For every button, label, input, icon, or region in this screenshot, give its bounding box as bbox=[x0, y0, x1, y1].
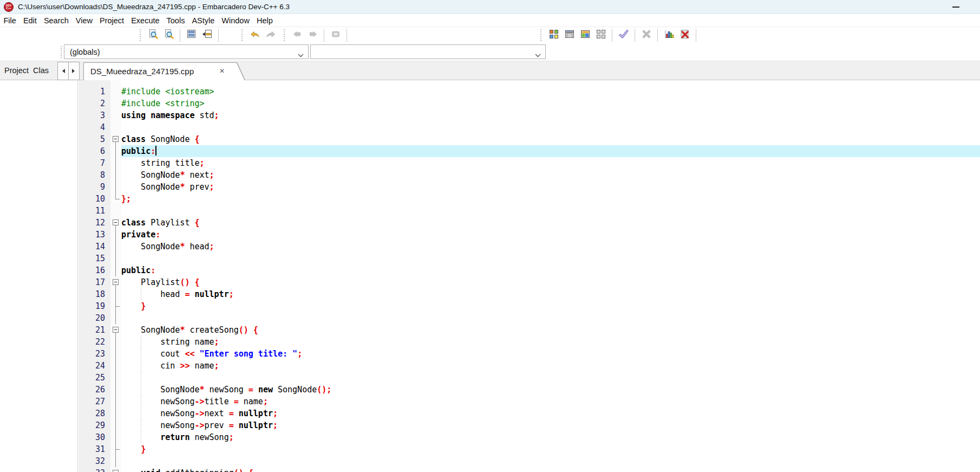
code-text[interactable] bbox=[121, 121, 980, 133]
editor-surface[interactable]: 1#include <iostream>2#include <string>3u… bbox=[79, 86, 980, 472]
code-line[interactable]: 10}; bbox=[79, 193, 980, 205]
menu-help[interactable]: Help bbox=[253, 15, 276, 26]
code-line[interactable]: 12class Playlist { bbox=[79, 217, 980, 229]
code-text[interactable]: }; bbox=[121, 193, 980, 205]
code-line[interactable]: 21 SongNode* createSong() { bbox=[79, 324, 980, 336]
code-text[interactable] bbox=[121, 455, 980, 467]
menu-view[interactable]: View bbox=[72, 15, 96, 26]
code-line[interactable]: 22 string name; bbox=[79, 336, 980, 348]
minimize-button[interactable] bbox=[946, 1, 965, 13]
code-line[interactable]: 20 bbox=[79, 312, 980, 324]
code-text[interactable]: } bbox=[121, 300, 980, 312]
code-text[interactable]: SongNode* prev; bbox=[121, 181, 980, 193]
code-text[interactable]: Playlist() { bbox=[121, 276, 980, 288]
code-text[interactable]: } bbox=[121, 443, 980, 455]
code-line[interactable]: 1#include <iostream> bbox=[79, 86, 980, 98]
view-grid-button[interactable] bbox=[546, 28, 561, 43]
code-line[interactable]: 5class SongNode { bbox=[79, 133, 980, 145]
code-line[interactable]: 13private: bbox=[79, 229, 980, 241]
member-browser-combobox[interactable] bbox=[310, 44, 546, 59]
report-window-button[interactable] bbox=[184, 28, 199, 43]
menu-file[interactable]: File bbox=[0, 15, 19, 26]
code-text[interactable] bbox=[121, 372, 980, 384]
code-text[interactable] bbox=[121, 312, 980, 324]
code-text[interactable]: string name; bbox=[121, 336, 980, 348]
menu-edit[interactable]: Edit bbox=[19, 15, 40, 26]
sidebar-tab-project[interactable]: Project bbox=[4, 61, 31, 80]
code-line[interactable]: 2#include <string> bbox=[79, 98, 980, 109]
find-button[interactable] bbox=[145, 28, 161, 43]
code-text[interactable]: using namespace std; bbox=[121, 109, 980, 121]
window-color-button[interactable] bbox=[577, 28, 593, 43]
panel-scroll-right-button[interactable] bbox=[68, 62, 80, 80]
code-line[interactable]: 31 } bbox=[79, 443, 980, 455]
code-text[interactable]: #include <string> bbox=[121, 98, 980, 109]
code-line[interactable]: 33 void addAtbeginning() { bbox=[79, 467, 980, 472]
class-browser-combobox[interactable]: (globals) bbox=[64, 44, 309, 59]
project-panel[interactable] bbox=[0, 80, 78, 472]
code-line[interactable]: 6public: bbox=[79, 145, 980, 157]
undo-button[interactable] bbox=[247, 28, 263, 43]
code-text[interactable]: SongNode* next; bbox=[121, 169, 980, 181]
syntax-check-button[interactable] bbox=[616, 28, 631, 43]
code-text[interactable]: newSong->next = nullptr; bbox=[121, 408, 980, 419]
code-text[interactable]: private: bbox=[121, 229, 980, 241]
code-text[interactable]: cin >> name; bbox=[121, 360, 980, 372]
code-text[interactable]: cout << "Enter song title: "; bbox=[121, 348, 980, 360]
code-text[interactable]: class SongNode { bbox=[121, 133, 980, 145]
code-line[interactable]: 4 bbox=[79, 121, 980, 133]
profile-analysis-button[interactable] bbox=[661, 28, 677, 43]
code-line[interactable]: 18 head = nullptr; bbox=[79, 288, 980, 300]
window-gray-button[interactable] bbox=[561, 28, 577, 43]
code-text[interactable] bbox=[121, 205, 980, 217]
code-line[interactable]: 3using namespace std; bbox=[79, 109, 980, 121]
code-line[interactable]: 8 SongNode* next; bbox=[79, 169, 980, 181]
code-editor[interactable]: 1#include <iostream>2#include <string>3u… bbox=[79, 80, 980, 472]
menu-project[interactable]: Project bbox=[96, 15, 128, 26]
menu-search[interactable]: Search bbox=[40, 15, 72, 26]
code-text[interactable]: class Playlist { bbox=[121, 217, 980, 229]
code-text[interactable]: newSong->prev = nullptr; bbox=[121, 419, 980, 431]
fold-toggle-icon[interactable] bbox=[113, 219, 119, 225]
code-line[interactable]: 27 newSong->title = name; bbox=[79, 396, 980, 408]
editor-tab[interactable]: DS_Mueedraza_247195.cpp ✕ bbox=[83, 62, 246, 81]
menu-tools[interactable]: Tools bbox=[163, 15, 188, 26]
menu-execute[interactable]: Execute bbox=[128, 15, 163, 26]
delete-profiling-button[interactable] bbox=[677, 28, 692, 43]
code-line[interactable]: 23 cout << "Enter song title: "; bbox=[79, 348, 980, 360]
goto-line-window-button[interactable] bbox=[199, 28, 215, 43]
code-line[interactable]: 26 SongNode* newSong = new SongNode(); bbox=[79, 384, 980, 396]
code-line[interactable]: 7 string title; bbox=[79, 157, 980, 169]
code-text[interactable]: #include <iostream> bbox=[121, 86, 980, 98]
code-text[interactable]: SongNode* head; bbox=[121, 241, 980, 253]
menu-astyle[interactable]: AStyle bbox=[188, 15, 218, 26]
code-line[interactable]: 24 cin >> name; bbox=[79, 360, 980, 372]
code-text[interactable] bbox=[121, 253, 980, 264]
code-text[interactable]: void addAtbeginning() { bbox=[121, 467, 980, 472]
fold-toggle-icon[interactable] bbox=[113, 279, 119, 285]
code-line[interactable]: 19 } bbox=[79, 300, 980, 312]
code-line[interactable]: 17 Playlist() { bbox=[79, 276, 980, 288]
code-text[interactable]: public: bbox=[121, 145, 980, 157]
code-text[interactable]: string title; bbox=[121, 157, 980, 169]
fold-toggle-icon[interactable] bbox=[113, 327, 119, 333]
panel-scroll-left-button[interactable] bbox=[57, 62, 69, 80]
code-text[interactable]: public: bbox=[121, 264, 980, 276]
code-line[interactable]: 28 newSong->next = nullptr; bbox=[79, 408, 980, 419]
menu-window[interactable]: Window bbox=[218, 15, 253, 26]
close-icon[interactable]: ✕ bbox=[217, 66, 227, 76]
code-text[interactable]: SongNode* newSong = new SongNode(); bbox=[121, 384, 980, 396]
code-line[interactable]: 11 bbox=[79, 205, 980, 217]
sidebar-tab-classes[interactable]: Clas bbox=[33, 61, 57, 80]
code-text[interactable]: return newSong; bbox=[121, 431, 980, 443]
code-line[interactable]: 29 newSong->prev = nullptr; bbox=[79, 419, 980, 431]
code-line[interactable]: 25 bbox=[79, 372, 980, 384]
code-line[interactable]: 9 SongNode* prev; bbox=[79, 181, 980, 193]
fold-toggle-icon[interactable] bbox=[113, 136, 119, 142]
code-line[interactable]: 30 return newSong; bbox=[79, 431, 980, 443]
code-text[interactable]: SongNode* createSong() { bbox=[121, 324, 980, 336]
fold-toggle-icon[interactable] bbox=[113, 470, 119, 472]
code-line[interactable]: 14 SongNode* head; bbox=[79, 241, 980, 253]
code-line[interactable]: 16public: bbox=[79, 264, 980, 276]
code-line[interactable]: 15 bbox=[79, 253, 980, 264]
